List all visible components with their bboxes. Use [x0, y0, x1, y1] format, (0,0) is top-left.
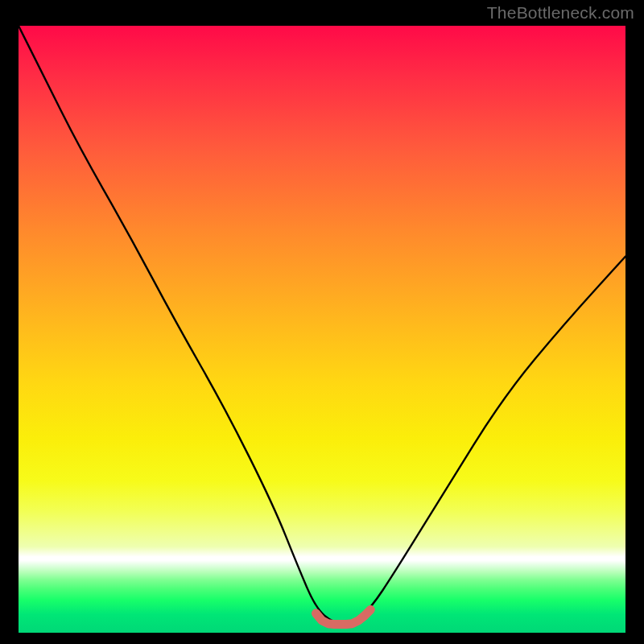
bottleneck-curve-path — [19, 26, 625, 624]
chart-frame: TheBottleneck.com — [0, 0, 644, 644]
plot-area — [19, 26, 625, 633]
optimum-zone-marker — [316, 609, 370, 624]
watermark-text: TheBottleneck.com — [487, 3, 634, 23]
chart-svg — [19, 26, 625, 633]
